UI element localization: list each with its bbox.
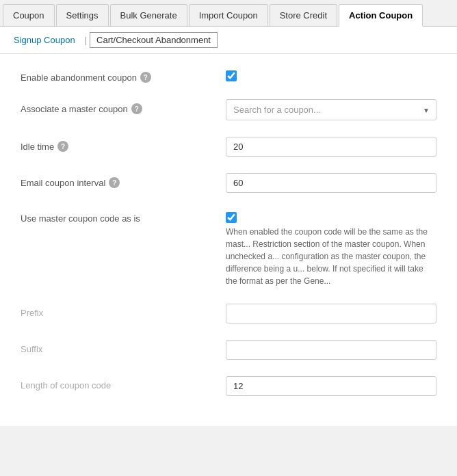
control-suffix [226, 340, 436, 360]
sub-tab-signup-coupon[interactable]: Signup Coupon [7, 32, 82, 48]
row-enable-abandonment: Enable abandonment coupon ? [21, 68, 436, 83]
control-email-coupon-interval [226, 173, 436, 193]
label-use-master-coupon-code: Use master coupon code as is [21, 209, 226, 224]
tab-store-credit[interactable]: Store Credit [270, 4, 337, 26]
tab-bulk-generate[interactable]: Bulk Generate [110, 4, 187, 26]
input-idle-time[interactable] [226, 137, 436, 157]
input-email-coupon-interval[interactable] [226, 173, 436, 193]
label-prefix: Prefix [21, 304, 226, 318]
checkbox-use-master-coupon-code[interactable] [226, 212, 237, 223]
label-length-coupon-code: Length of coupon code [21, 376, 226, 391]
label-email-coupon-interval: Email coupon interval ? [21, 173, 226, 188]
row-associate-master-coupon: Associate a master coupon ? Search for a… [21, 99, 436, 120]
input-length-coupon-code[interactable] [226, 376, 436, 396]
control-length-coupon-code [226, 376, 436, 396]
tab-action-coupon[interactable]: Action Coupon [339, 4, 423, 27]
row-idle-time: Idle time ? [21, 137, 436, 157]
tab-import-coupon[interactable]: Import Coupon [189, 4, 268, 26]
sub-tab-separator: | [85, 35, 87, 45]
control-prefix [226, 304, 436, 323]
input-prefix[interactable] [226, 304, 436, 323]
input-suffix[interactable] [226, 340, 436, 360]
row-use-master-coupon-code: Use master coupon code as is When enable… [21, 209, 436, 287]
sub-tab-cart-checkout[interactable]: Cart/Checkout Abandonment [90, 32, 218, 48]
row-suffix: Suffix [21, 340, 436, 360]
label-associate-master-coupon: Associate a master coupon ? [21, 99, 226, 114]
sub-tab-bar: Signup Coupon | Cart/Checkout Abandonmen… [0, 27, 457, 54]
tab-settings[interactable]: Settings [56, 4, 109, 26]
label-suffix: Suffix [21, 340, 226, 354]
label-idle-time: Idle time ? [21, 137, 226, 152]
control-idle-time [226, 137, 436, 157]
checkbox-enable-abandonment[interactable] [226, 70, 237, 81]
tab-coupon[interactable]: Coupon [3, 4, 55, 26]
row-length-coupon-code: Length of coupon code [21, 376, 436, 396]
main-content: Enable abandonment coupon ? Associate a … [0, 54, 457, 426]
select-master-coupon[interactable]: Search for a coupon... [226, 99, 436, 120]
checkbox-wrapper-master-code [226, 209, 436, 223]
help-icon-email-interval[interactable]: ? [109, 177, 120, 188]
control-use-master-coupon-code: When enabled the coupon code will be the… [226, 209, 436, 287]
label-enable-abandonment: Enable abandonment coupon ? [21, 68, 226, 83]
description-master-coupon-code: When enabled the coupon code will be the… [226, 226, 436, 287]
row-email-coupon-interval: Email coupon interval ? [21, 173, 436, 193]
tab-bar: Coupon Settings Bulk Generate Import Cou… [0, 0, 457, 27]
help-icon-associate-coupon[interactable]: ? [131, 103, 142, 114]
control-enable-abandonment [226, 68, 436, 81]
row-prefix: Prefix [21, 304, 436, 323]
help-icon-idle-time[interactable]: ? [57, 141, 68, 152]
control-associate-master-coupon: Search for a coupon... [226, 99, 436, 120]
help-icon-enable-abandonment[interactable]: ? [140, 72, 151, 83]
select-wrapper-coupon: Search for a coupon... [226, 99, 436, 120]
